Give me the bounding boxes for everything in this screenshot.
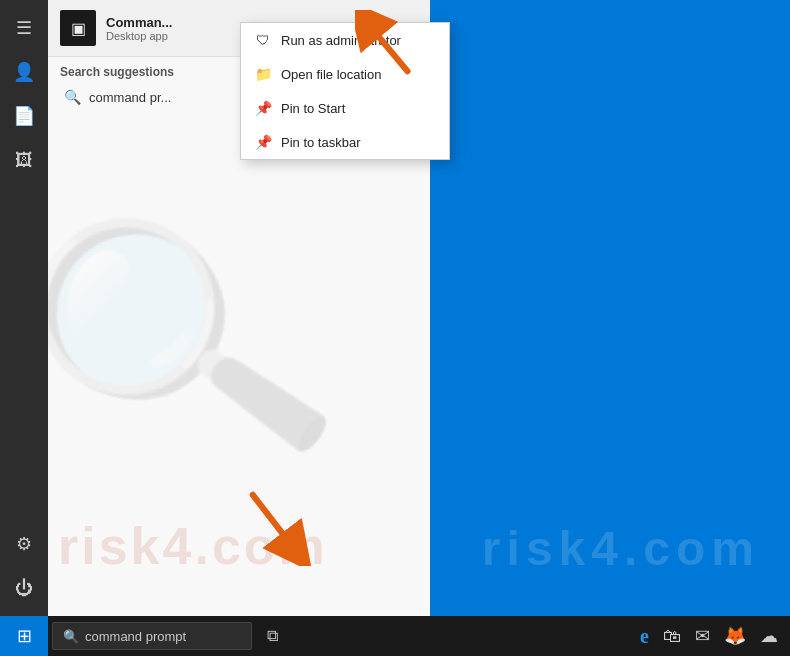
pin-taskbar-icon: 📌 — [255, 134, 271, 150]
folder-icon: 📁 — [255, 66, 271, 82]
taskbar-system-tray: e 🛍 ✉ 🦊 ☁ — [640, 625, 790, 648]
pin-start-icon: 📌 — [255, 100, 271, 116]
start-watermark-bg: 🔍 risk4.com — [48, 120, 430, 616]
app-icon: ▣ — [60, 10, 96, 46]
start-content: ▣ Comman... Desktop app Search suggestio… — [48, 0, 430, 616]
start-button[interactable]: ⊞ — [0, 616, 48, 656]
firefox-icon[interactable]: 🦊 — [724, 625, 746, 647]
risk-text-bg: risk4.com — [58, 516, 328, 576]
context-pin-taskbar[interactable]: 📌 Pin to taskbar — [241, 125, 449, 159]
sidebar-item-user[interactable]: 👤 — [4, 52, 44, 92]
shield-icon: 🛡 — [255, 32, 271, 48]
task-view-icon: ⧉ — [267, 627, 278, 645]
edge-browser-icon[interactable]: e — [640, 625, 649, 648]
mail-icon[interactable]: ✉ — [695, 625, 710, 647]
sidebar-item-hamburger[interactable]: ☰ — [4, 8, 44, 48]
store-icon[interactable]: 🛍 — [663, 626, 681, 647]
windows-icon: ⊞ — [17, 625, 32, 647]
magnifier-bg: 🔍 — [48, 176, 349, 505]
sidebar-item-pictures[interactable]: 🖼 — [4, 140, 44, 180]
context-open-location-label: Open file location — [281, 67, 381, 82]
sidebar: ☰ 👤 📄 🖼 ⚙ ⏻ — [0, 0, 48, 616]
taskbar-search-text: command prompt — [85, 629, 186, 644]
context-pin-taskbar-label: Pin to taskbar — [281, 135, 361, 150]
start-menu: ☰ 👤 📄 🖼 ⚙ ⏻ ▣ Comman... Desktop app Sear… — [0, 0, 430, 616]
taskbar-search-box[interactable]: 🔍 command prompt — [52, 622, 252, 650]
context-menu: 🛡 Run as administrator 📁 Open file locat… — [240, 22, 450, 160]
search-result-icon: 🔍 — [64, 89, 81, 105]
sidebar-item-settings[interactable]: ⚙ — [4, 524, 44, 564]
search-result-text: command pr... — [89, 90, 171, 105]
taskbar: ⊞ 🔍 command prompt ⧉ e 🛍 ✉ 🦊 ☁ — [0, 616, 790, 656]
taskbar-search-icon: 🔍 — [63, 629, 79, 644]
onedrive-icon[interactable]: ☁ — [760, 625, 778, 647]
sidebar-item-documents[interactable]: 📄 — [4, 96, 44, 136]
task-view-button[interactable]: ⧉ — [252, 616, 292, 656]
context-pin-start[interactable]: 📌 Pin to Start — [241, 91, 449, 125]
context-open-location[interactable]: 📁 Open file location — [241, 57, 449, 91]
context-pin-start-label: Pin to Start — [281, 101, 345, 116]
sidebar-item-power[interactable]: ⏻ — [4, 568, 44, 608]
context-run-admin-label: Run as administrator — [281, 33, 401, 48]
context-run-admin[interactable]: 🛡 Run as administrator — [241, 23, 449, 57]
